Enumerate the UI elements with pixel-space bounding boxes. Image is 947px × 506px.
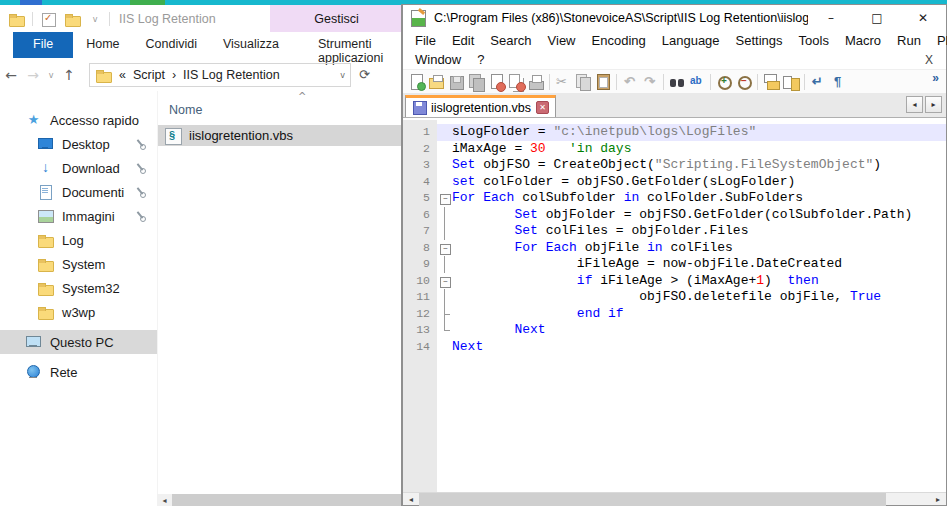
scrollbar-thumb[interactable] (419, 493, 886, 506)
address-dropdown-chevron-icon[interactable] (340, 70, 345, 80)
scroll-left-arrow-icon[interactable] (403, 495, 419, 504)
save-all-icon[interactable] (467, 73, 485, 91)
save-icon[interactable] (447, 73, 465, 91)
new-file-icon[interactable] (407, 73, 425, 91)
editor-line[interactable]: 11 objFSO.deletefile objFile, True (403, 289, 946, 306)
sidebar-item-log[interactable]: Log (0, 228, 157, 252)
sidebar-item-download[interactable]: ↓Download (0, 156, 157, 180)
find-icon[interactable] (668, 73, 686, 91)
scroll-right-arrow-icon[interactable] (930, 495, 946, 504)
cut-icon[interactable] (554, 73, 572, 91)
ribbon-tab-condividi[interactable]: Condividi (133, 32, 210, 58)
editor-line[interactable]: 4set colFolder = objFSO.GetFolder(sLogFo… (403, 174, 946, 191)
sidebar-item-accesso-rapido[interactable]: ★Accesso rapido (0, 108, 157, 132)
ribbon-tab-file[interactable]: File (13, 32, 73, 58)
maximize-button[interactable] (854, 5, 900, 31)
editor-line[interactable]: 8 For Each objFile in colFiles (403, 240, 946, 257)
contextual-tab-header[interactable]: Gestisci (270, 5, 403, 32)
editor-line[interactable]: 2iMaxAge = 30 'in days (403, 141, 946, 158)
explorer-horizontal-scrollbar[interactable] (157, 494, 403, 506)
redo-icon[interactable] (641, 73, 659, 91)
scroll-tabs-right-button[interactable] (925, 96, 942, 113)
sidebar-item-rete[interactable]: Rete (0, 360, 157, 384)
fold-collapse-icon[interactable] (437, 190, 452, 207)
editor-line[interactable]: 6 Set objFolder = objFSO.GetFolder(colSu… (403, 207, 946, 224)
toolbar-overflow-chevron-icon[interactable]: » (932, 71, 939, 85)
ribbon-tab-strumenti-applicazioni[interactable]: Strumenti applicazioni (305, 32, 403, 58)
menu-edit[interactable]: Edit (444, 33, 482, 48)
explorer-titlebar[interactable]: IIS Log Retention Gestisci (0, 5, 403, 32)
sidebar-item-questo-pc[interactable]: Questo PC (0, 330, 157, 354)
menu-file[interactable]: File (407, 33, 444, 48)
sidebar-item-w3wp[interactable]: w3wp (0, 300, 157, 324)
undo-icon[interactable] (621, 73, 639, 91)
breadcrumb-segment[interactable]: Script (133, 68, 165, 82)
scrollbar-thumb[interactable] (172, 494, 403, 506)
editor-line[interactable]: 14Next (403, 339, 946, 356)
sidebar-item-documenti[interactable]: Documenti (0, 180, 157, 204)
fold-collapse-icon[interactable] (437, 240, 452, 257)
ribbon-tab-visualizza[interactable]: Visualizza (210, 32, 292, 58)
menu-encoding[interactable]: Encoding (584, 33, 654, 48)
forward-button[interactable] (22, 67, 44, 83)
zoom-in-icon[interactable] (715, 73, 733, 91)
breadcrumb-collapsed[interactable]: « (119, 68, 126, 82)
editor-horizontal-scrollbar[interactable] (403, 492, 946, 505)
menu-language[interactable]: Language (654, 33, 728, 48)
menu-run[interactable]: Run (889, 33, 929, 48)
fold-collapse-icon[interactable] (437, 273, 452, 290)
zoom-out-icon[interactable] (735, 73, 753, 91)
qat-folder-icon[interactable] (8, 11, 25, 27)
back-button[interactable] (0, 67, 22, 83)
editor-line[interactable]: 9 iFileAge = now-objFile.DateCreated (403, 256, 946, 273)
qat-check-icon[interactable] (40, 11, 57, 27)
editor-line[interactable]: 12 end if (403, 306, 946, 323)
qat-folder-icon[interactable] (64, 11, 81, 27)
sidebar-item-system[interactable]: System (0, 252, 157, 276)
recent-locations-chevron-icon[interactable] (44, 70, 58, 80)
paste-icon[interactable] (594, 73, 612, 91)
editor-line[interactable]: 7 Set colFiles = objFolder.Files (403, 223, 946, 240)
show-all-characters-icon[interactable] (829, 73, 847, 91)
menu-macro[interactable]: Macro (837, 33, 889, 48)
menu-view[interactable]: View (540, 33, 584, 48)
menu-tools[interactable]: Tools (791, 33, 837, 48)
scroll-left-arrow-icon[interactable] (157, 496, 172, 505)
editor-line[interactable]: 13 Next (403, 322, 946, 339)
sidebar-item-system32[interactable]: System32 (0, 276, 157, 300)
sidebar-item-immagini[interactable]: Immagini (0, 204, 157, 228)
menu-search[interactable]: Search (482, 33, 539, 48)
breadcrumb[interactable]: « Script›IIS Log Retention (89, 63, 351, 87)
open-file-icon[interactable] (427, 73, 445, 91)
menu-window[interactable]: Window (407, 52, 469, 67)
document-close-x[interactable]: X (925, 53, 933, 67)
menu-help[interactable]: ? (469, 52, 492, 67)
word-wrap-icon[interactable] (809, 73, 827, 91)
column-header-name[interactable]: Nome (158, 91, 403, 117)
ribbon-tab-home[interactable]: Home (73, 32, 132, 58)
refresh-icon[interactable] (359, 67, 370, 82)
sidebar-item-desktop[interactable]: Desktop (0, 132, 157, 156)
close-button[interactable] (900, 5, 946, 31)
close-all-icon[interactable] (507, 73, 525, 91)
notepadpp-titlebar[interactable]: C:\Program Files (x86)\StonevoiceAS\Scri… (403, 5, 946, 31)
document-tab[interactable]: iislogretention.vbs (405, 95, 556, 117)
copy-icon[interactable] (574, 73, 592, 91)
close-icon[interactable] (487, 73, 505, 91)
minimize-button[interactable] (808, 5, 854, 31)
sync-scroll-horizontal-icon[interactable] (782, 73, 800, 91)
editor-line[interactable]: 5For Each colSubfolder in colFolder.SubF… (403, 190, 946, 207)
sync-scroll-vertical-icon[interactable] (762, 73, 780, 91)
scroll-tabs-left-button[interactable] (906, 96, 923, 113)
qat-customize-chevron-icon[interactable] (88, 14, 102, 24)
print-icon[interactable] (527, 73, 545, 91)
breadcrumb-segment[interactable]: IIS Log Retention (183, 68, 280, 82)
tab-close-icon[interactable] (536, 101, 549, 114)
editor-line[interactable]: 10 if iFileAge > (iMaxAge+1) then (403, 273, 946, 290)
editor-line[interactable]: 3Set objFSO = CreateObject("Scripting.Fi… (403, 157, 946, 174)
up-button[interactable] (58, 67, 80, 83)
menu-settings[interactable]: Settings (728, 33, 791, 48)
file-row[interactable]: iislogretention.vbs (158, 125, 403, 146)
replace-icon[interactable] (688, 73, 706, 91)
menu-plugins[interactable]: Plugins (929, 33, 947, 48)
